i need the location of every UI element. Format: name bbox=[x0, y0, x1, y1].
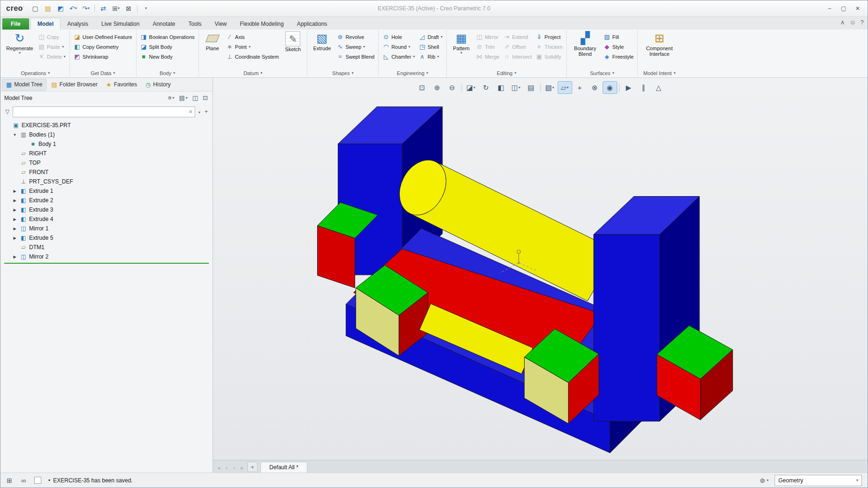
tree-item-dtm1[interactable]: ▱DTM1 bbox=[0, 243, 213, 252]
tree-item-extrude3[interactable]: ▶◧Extrude 3 bbox=[0, 205, 213, 214]
minimize-button[interactable]: – bbox=[822, 3, 837, 14]
tab-applications[interactable]: Applications bbox=[290, 18, 334, 30]
tree-search-input[interactable] bbox=[15, 108, 189, 115]
tree-item-extrude5[interactable]: ▶◧Extrude 5 bbox=[0, 233, 213, 243]
draft-button[interactable]: ◿Draft▾ bbox=[417, 32, 444, 41]
shade-button[interactable]: ◧ bbox=[494, 81, 508, 94]
save-button[interactable]: ◩ bbox=[54, 3, 67, 14]
user-defined-feature-button[interactable]: ◪User-Defined Feature bbox=[72, 32, 134, 41]
analysis-display-button[interactable]: △ bbox=[651, 81, 666, 94]
new-body-button[interactable]: ■New Body bbox=[139, 52, 196, 61]
open-file-button[interactable]: ▤ bbox=[42, 3, 54, 14]
style-button[interactable]: ◆Style bbox=[602, 42, 635, 51]
clear-search-icon[interactable]: ✕ bbox=[189, 109, 193, 115]
expander-icon[interactable]: ▶ bbox=[12, 189, 18, 193]
display-style-button[interactable]: ◪▾ bbox=[464, 81, 478, 94]
group-label-model-intent[interactable]: Model Intent▾ bbox=[640, 69, 678, 77]
freestyle-button[interactable]: ◈Freestyle bbox=[602, 52, 635, 61]
tab-view[interactable]: View bbox=[208, 18, 233, 30]
expander-icon[interactable]: ▶ bbox=[12, 198, 18, 203]
user-account-icon[interactable]: ☺ bbox=[849, 19, 855, 26]
trim-button[interactable]: ⊘Trim bbox=[474, 42, 501, 51]
tab-analysis[interactable]: Analysis bbox=[61, 18, 95, 30]
navtab-folder-browser[interactable]: ▤Folder Browser bbox=[47, 79, 101, 90]
pattern-button[interactable]: ▦ Pattern ▾ bbox=[449, 30, 473, 56]
group-label-surfaces[interactable]: Surfaces▾ bbox=[569, 69, 635, 77]
extend-button[interactable]: ⇥Extend bbox=[502, 32, 533, 41]
boolean-operations-button[interactable]: ◨Boolean Operations bbox=[139, 32, 196, 41]
search-options-button[interactable]: ▾ bbox=[198, 108, 201, 115]
group-label-get-data[interactable]: Get Data▾ bbox=[72, 69, 134, 77]
message-log-button[interactable] bbox=[32, 475, 43, 486]
section-button[interactable]: ▧▾ bbox=[542, 81, 557, 94]
insert-locator-line[interactable] bbox=[4, 263, 209, 264]
collapse-ribbon-icon[interactable]: ∧ bbox=[840, 19, 845, 26]
expander-icon[interactable]: ▶ bbox=[12, 208, 18, 212]
pause-button[interactable]: ∥ bbox=[636, 81, 651, 94]
regenerate-quick-button[interactable]: ⇄ bbox=[97, 3, 109, 14]
tree-item-mirror1[interactable]: ▶◫Mirror 1 bbox=[0, 224, 213, 233]
tab-model[interactable]: Model bbox=[30, 18, 61, 30]
help-icon[interactable]: ? bbox=[860, 19, 864, 26]
revolve-button[interactable]: ⊚Revolve bbox=[335, 32, 376, 41]
group-label-shapes[interactable]: Shapes▾ bbox=[310, 69, 376, 77]
customize-qat-button[interactable]: ▾ bbox=[140, 3, 152, 14]
expander-icon[interactable]: ▶ bbox=[12, 227, 18, 231]
next-view-arrow[interactable]: › bbox=[230, 463, 238, 473]
tab-live-simulation[interactable]: Live Simulation bbox=[95, 18, 146, 30]
expander-icon[interactable]: ▶ bbox=[12, 255, 18, 259]
tree-item-extrude2[interactable]: ▶◧Extrude 2 bbox=[0, 196, 213, 205]
spin-center-button[interactable]: ⊗ bbox=[587, 81, 602, 94]
new-file-button[interactable]: ▢ bbox=[29, 3, 41, 14]
prev-view-arrow[interactable]: ‹ bbox=[223, 463, 230, 473]
tree-item-top[interactable]: ▱TOP bbox=[0, 158, 213, 168]
copy-geometry-button[interactable]: ◧Copy Geometry bbox=[72, 42, 134, 51]
expander-icon[interactable]: ▶ bbox=[12, 236, 18, 240]
active-view-tab[interactable]: Default All * bbox=[260, 462, 307, 473]
dragger-button[interactable]: ◉ bbox=[602, 81, 617, 94]
expander-icon[interactable]: ▶ bbox=[12, 217, 18, 221]
expand-search-button[interactable]: + bbox=[204, 108, 209, 115]
annotation-display-button[interactable]: + bbox=[572, 81, 587, 94]
paste-button[interactable]: ▤Paste▾ bbox=[37, 42, 67, 51]
coordinate-system-button[interactable]: ⊥Coordinate System bbox=[225, 52, 281, 61]
copy-button[interactable]: ◫Copy bbox=[37, 32, 67, 41]
tree-item-right[interactable]: ▱RIGHT bbox=[0, 149, 213, 158]
tree-item-front[interactable]: ▱FRONT bbox=[0, 168, 213, 177]
tree-item-csys[interactable]: ⊥PRT_CSYS_DEF bbox=[0, 177, 213, 186]
view-manager-button[interactable]: ▤ bbox=[524, 81, 538, 94]
tree-settings-button[interactable]: ▤▾ bbox=[178, 94, 188, 101]
tab-tools[interactable]: Tools bbox=[182, 18, 208, 30]
point-button[interactable]: ∗Point▾ bbox=[225, 42, 281, 51]
shell-button[interactable]: ◳Shell bbox=[417, 42, 444, 51]
tree-columns-button[interactable]: ◫ bbox=[191, 94, 199, 101]
swept-blend-button[interactable]: ≈Swept Blend bbox=[335, 52, 376, 61]
group-label-operations[interactable]: Operations▾ bbox=[4, 69, 67, 77]
saved-orientations-button[interactable]: ◫▾ bbox=[509, 81, 523, 94]
group-label-datum[interactable]: Datum▾ bbox=[201, 69, 305, 77]
navtab-model-tree[interactable]: ▦Model Tree bbox=[2, 79, 46, 91]
zoom-in-button[interactable]: ⊕ bbox=[430, 81, 444, 94]
mirror-button[interactable]: ◫Mirror bbox=[474, 32, 501, 41]
refit-button[interactable]: ⊡ bbox=[415, 81, 429, 94]
group-label-body[interactable]: Body▾ bbox=[139, 69, 196, 77]
delete-button[interactable]: ✕Delete▾ bbox=[37, 52, 67, 61]
play-button[interactable]: ▶ bbox=[621, 81, 636, 94]
solidify-button[interactable]: ▣Solidify bbox=[534, 52, 564, 61]
panel-options-button[interactable]: ⊡ bbox=[202, 94, 209, 101]
tree-item-extrude1[interactable]: ▶◧Extrude 1 bbox=[0, 186, 213, 196]
close-button[interactable]: ✕ bbox=[851, 3, 865, 14]
round-button[interactable]: ◠Round▾ bbox=[381, 42, 416, 51]
merge-button[interactable]: ⋈Merge bbox=[474, 52, 501, 61]
maximize-button[interactable]: ▢ bbox=[837, 3, 851, 14]
fill-button[interactable]: ▨Fill bbox=[602, 32, 635, 41]
offset-button[interactable]: ⇗Offset bbox=[502, 42, 533, 51]
extrude-button[interactable]: ▧ Extrude bbox=[310, 30, 334, 52]
tab-file[interactable]: File bbox=[2, 18, 29, 30]
filter-funnel-icon[interactable]: ▽ bbox=[4, 108, 10, 115]
expander-icon[interactable]: ▼ bbox=[12, 133, 18, 137]
tree-item-extrude4[interactable]: ▶◧Extrude 4 bbox=[0, 214, 213, 224]
rib-button[interactable]: ∧Rib▾ bbox=[417, 52, 444, 61]
tree-item-mirror2[interactable]: ▶◫Mirror 2 bbox=[0, 252, 213, 261]
chamfer-button[interactable]: ◺Chamfer▾ bbox=[381, 52, 416, 61]
